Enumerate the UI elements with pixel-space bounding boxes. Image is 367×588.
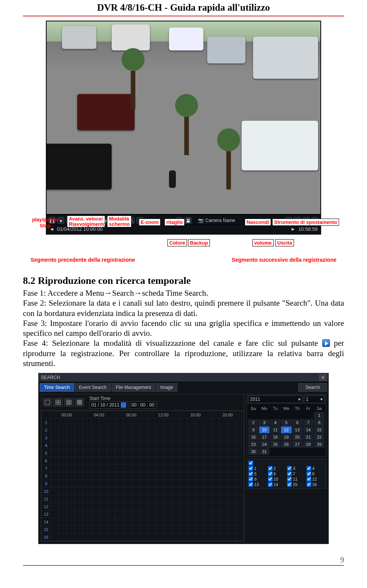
time-cell[interactable] <box>179 518 187 526</box>
time-cell[interactable] <box>211 495 219 503</box>
time-cell[interactable] <box>75 434 83 442</box>
time-cell[interactable] <box>115 419 123 426</box>
time-cell[interactable] <box>235 495 244 503</box>
time-cell[interactable] <box>107 480 115 488</box>
time-cell[interactable] <box>131 510 139 518</box>
time-cell[interactable] <box>115 518 123 526</box>
time-cell[interactable] <box>195 488 203 495</box>
time-cell[interactable] <box>51 449 59 457</box>
channel-check-7[interactable]: 7 <box>287 471 305 476</box>
time-cell[interactable] <box>235 480 244 488</box>
time-cell[interactable] <box>147 480 155 488</box>
time-cell[interactable] <box>203 442 211 449</box>
time-cell[interactable] <box>51 480 59 488</box>
time-cell[interactable] <box>227 503 235 510</box>
time-cell[interactable] <box>99 503 107 510</box>
calendar-day[interactable]: 4 <box>270 419 281 426</box>
time-cell[interactable] <box>163 426 171 434</box>
time-cell[interactable] <box>131 442 139 449</box>
time-cell[interactable] <box>203 472 211 480</box>
time-cell[interactable] <box>227 465 235 472</box>
calendar-day[interactable]: 9 <box>248 426 259 433</box>
time-cell[interactable] <box>107 495 115 503</box>
calendar-day[interactable]: 20 <box>292 434 303 441</box>
time-cell[interactable] <box>155 457 163 465</box>
time-cell[interactable] <box>235 510 244 518</box>
time-cell[interactable] <box>115 434 123 442</box>
time-cell[interactable] <box>51 457 59 465</box>
time-cell[interactable] <box>227 442 235 449</box>
time-cell[interactable] <box>219 480 227 488</box>
time-cell[interactable] <box>179 465 187 472</box>
time-cell[interactable] <box>203 518 211 526</box>
calendar-day[interactable]: 31 <box>259 448 270 455</box>
time-cell[interactable] <box>83 449 91 457</box>
time-cell[interactable] <box>187 480 195 488</box>
time-cell[interactable] <box>179 495 187 503</box>
time-cell[interactable] <box>59 503 67 510</box>
time-cell[interactable] <box>115 526 123 533</box>
time-cell[interactable] <box>131 434 139 442</box>
calendar-day[interactable]: 3 <box>259 419 270 426</box>
time-cell[interactable] <box>83 472 91 480</box>
time-cell[interactable] <box>187 495 195 503</box>
tab-event-search[interactable]: Event Search <box>75 383 111 392</box>
time-cell[interactable] <box>131 465 139 472</box>
time-cell[interactable] <box>115 465 123 472</box>
time-cell[interactable] <box>187 434 195 442</box>
time-cell[interactable] <box>171 465 179 472</box>
time-cell[interactable] <box>211 472 219 480</box>
time-cell[interactable] <box>227 457 235 465</box>
time-cell[interactable] <box>163 419 171 426</box>
calendar-day[interactable]: 12 <box>281 426 292 433</box>
time-cell[interactable] <box>99 472 107 480</box>
time-cell[interactable] <box>91 426 99 434</box>
calendar-day[interactable]: 25 <box>270 441 281 448</box>
time-cell[interactable] <box>179 426 187 434</box>
time-cell[interactable] <box>99 419 107 426</box>
time-cell[interactable] <box>187 518 195 526</box>
time-cell[interactable] <box>67 495 75 503</box>
time-cell[interactable] <box>75 419 83 426</box>
time-cell[interactable] <box>227 419 235 426</box>
time-cell[interactable] <box>75 526 83 533</box>
time-cell[interactable] <box>235 503 244 510</box>
time-cell[interactable] <box>147 457 155 465</box>
time-cell[interactable] <box>195 434 203 442</box>
time-cell[interactable] <box>115 495 123 503</box>
channel-check-4[interactable]: 4 <box>307 466 325 471</box>
time-cell[interactable] <box>139 434 147 442</box>
time-cell[interactable] <box>131 488 139 495</box>
time-cell[interactable] <box>147 495 155 503</box>
time-cell[interactable] <box>75 488 83 495</box>
time-cell[interactable] <box>91 449 99 457</box>
time-cell[interactable] <box>163 442 171 449</box>
time-cell[interactable] <box>75 472 83 480</box>
time-cell[interactable] <box>91 526 99 533</box>
time-cell[interactable] <box>67 472 75 480</box>
time-cell[interactable] <box>51 503 59 510</box>
calendar-day[interactable]: 7 <box>303 419 314 426</box>
time-cell[interactable] <box>235 442 244 449</box>
time-cell[interactable] <box>67 503 75 510</box>
time-cell[interactable] <box>115 426 123 434</box>
time-cell[interactable] <box>235 472 244 480</box>
calendar-day[interactable]: 16 <box>248 434 259 441</box>
time-cell[interactable] <box>115 503 123 510</box>
tab-file-management[interactable]: File Management <box>112 383 156 392</box>
time-cell[interactable] <box>179 533 187 541</box>
time-cell[interactable] <box>171 510 179 518</box>
time-cell[interactable] <box>131 526 139 533</box>
time-cell[interactable] <box>163 503 171 510</box>
time-cell[interactable] <box>155 434 163 442</box>
time-cell[interactable] <box>235 419 244 426</box>
time-cell[interactable] <box>147 419 155 426</box>
time-cell[interactable] <box>91 510 99 518</box>
time-cell[interactable] <box>195 518 203 526</box>
calendar-day[interactable]: 28 <box>303 441 314 448</box>
time-cell[interactable] <box>51 510 59 518</box>
time-cell[interactable] <box>147 442 155 449</box>
time-cell[interactable] <box>115 480 123 488</box>
time-cell[interactable] <box>163 518 171 526</box>
time-cell[interactable] <box>51 442 59 449</box>
